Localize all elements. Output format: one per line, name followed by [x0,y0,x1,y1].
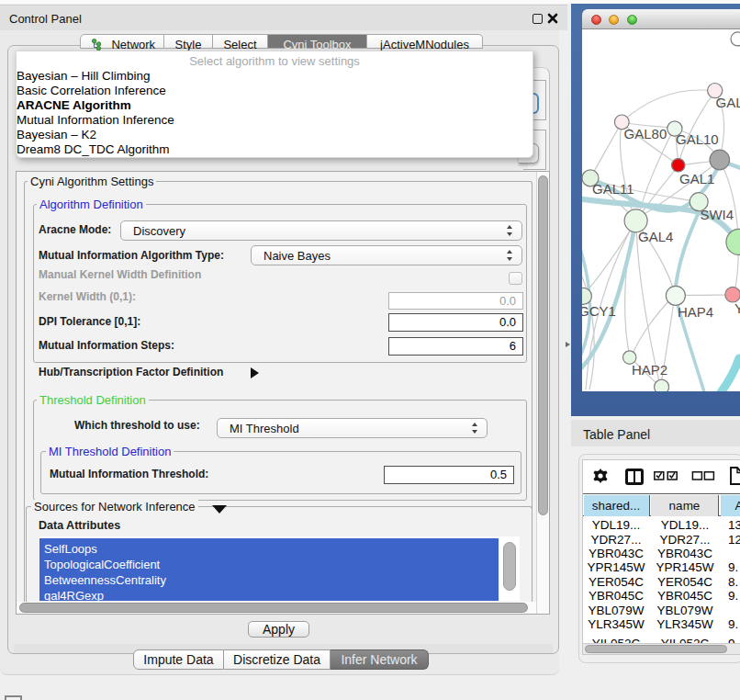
svg-text:GCY1: GCY1 [582,303,616,319]
svg-text:GAL11: GAL11 [592,181,634,197]
svg-text:SWI4: SWI4 [700,207,734,222]
svg-text:GAL4: GAL4 [638,229,673,244]
svg-text:GAL80: GAL80 [624,126,667,141]
svg-text:GAL1: GAL1 [679,171,714,186]
svg-text:GAL7: GAL7 [716,95,740,110]
svg-text:GAL10: GAL10 [676,131,719,147]
svg-text:YD: YD [734,300,740,316]
svg-text:HAP2: HAP2 [632,362,667,378]
svg-text:HAP4: HAP4 [678,304,713,320]
